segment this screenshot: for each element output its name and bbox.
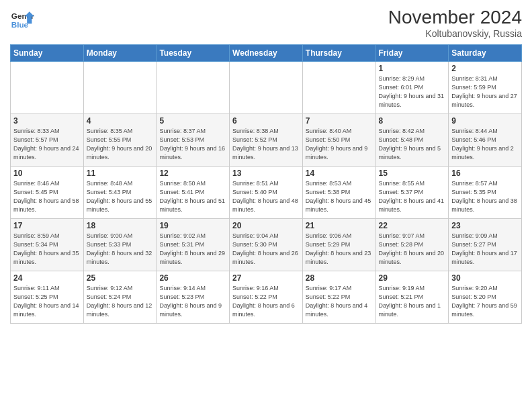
day-info: Sunrise: 9:09 AMSunset: 5:27 PMDaylight:…: [451, 232, 519, 267]
day-info: Sunrise: 9:06 AMSunset: 5:29 PMDaylight:…: [306, 232, 373, 267]
calendar-cell: [302, 62, 375, 114]
calendar-cell: 14Sunrise: 8:53 AMSunset: 5:38 PMDayligh…: [302, 167, 375, 219]
title-block: November 2024 Koltubanovskiy, Russia: [388, 7, 522, 39]
day-info: Sunrise: 9:14 AMSunset: 5:23 PMDaylight:…: [159, 284, 226, 319]
calendar-week-4: 17Sunrise: 8:59 AMSunset: 5:34 PMDayligh…: [11, 219, 522, 271]
calendar-cell: 18Sunrise: 9:00 AMSunset: 5:33 PMDayligh…: [83, 219, 157, 271]
day-number: 12: [159, 169, 226, 178]
calendar-cell: 12Sunrise: 8:50 AMSunset: 5:41 PMDayligh…: [157, 167, 230, 219]
calendar-cell: 9Sunrise: 8:44 AMSunset: 5:46 PMDaylight…: [449, 114, 522, 167]
day-info: Sunrise: 8:38 AMSunset: 5:52 PMDaylight:…: [232, 127, 300, 162]
calendar-cell: 8Sunrise: 8:42 AMSunset: 5:48 PMDaylight…: [375, 114, 449, 167]
day-info: Sunrise: 8:31 AMSunset: 5:59 PMDaylight:…: [451, 75, 519, 109]
day-info: Sunrise: 8:37 AMSunset: 5:53 PMDaylight:…: [159, 127, 226, 162]
calendar-cell: 1Sunrise: 8:29 AMSunset: 6:01 PMDaylight…: [375, 62, 449, 114]
calendar-cell: 27Sunrise: 9:16 AMSunset: 5:22 PMDayligh…: [230, 271, 303, 324]
calendar-cell: [157, 62, 230, 114]
calendar-cell: 5Sunrise: 8:37 AMSunset: 5:53 PMDaylight…: [157, 114, 230, 167]
col-header-sunday: Sunday: [11, 45, 84, 62]
col-header-tuesday: Tuesday: [157, 45, 230, 62]
day-number: 8: [379, 116, 446, 126]
calendar-cell: 3Sunrise: 8:33 AMSunset: 5:57 PMDaylight…: [11, 114, 84, 167]
day-number: 9: [451, 116, 519, 126]
day-info: Sunrise: 9:20 AMSunset: 5:20 PMDaylight:…: [451, 284, 519, 319]
calendar-cell: 15Sunrise: 8:55 AMSunset: 5:37 PMDayligh…: [375, 167, 449, 219]
calendar-cell: 13Sunrise: 8:51 AMSunset: 5:40 PMDayligh…: [230, 167, 303, 219]
day-number: 13: [232, 169, 300, 178]
day-number: 5: [159, 116, 226, 126]
calendar-cell: 22Sunrise: 9:07 AMSunset: 5:28 PMDayligh…: [375, 219, 449, 271]
calendar-cell: 11Sunrise: 8:48 AMSunset: 5:43 PMDayligh…: [83, 167, 157, 219]
day-number: 10: [13, 169, 81, 178]
calendar-week-3: 10Sunrise: 8:46 AMSunset: 5:45 PMDayligh…: [11, 167, 522, 219]
month-title: November 2024: [388, 7, 522, 28]
calendar-cell: 28Sunrise: 9:17 AMSunset: 5:22 PMDayligh…: [302, 271, 375, 324]
calendar-cell: 19Sunrise: 9:02 AMSunset: 5:31 PMDayligh…: [157, 219, 230, 271]
calendar-table: SundayMondayTuesdayWednesdayThursdayFrid…: [10, 44, 522, 324]
day-info: Sunrise: 9:00 AMSunset: 5:33 PMDaylight:…: [87, 232, 154, 267]
calendar-week-1: 1Sunrise: 8:29 AMSunset: 6:01 PMDaylight…: [11, 62, 522, 114]
day-info: Sunrise: 8:53 AMSunset: 5:38 PMDaylight:…: [306, 179, 373, 214]
day-number: 25: [87, 273, 154, 283]
day-number: 22: [379, 221, 446, 230]
day-number: 11: [87, 169, 154, 178]
day-info: Sunrise: 9:19 AMSunset: 5:21 PMDaylight:…: [379, 284, 446, 319]
day-number: 30: [451, 273, 519, 283]
day-number: 1: [379, 64, 446, 73]
day-number: 2: [451, 64, 519, 73]
calendar-week-5: 24Sunrise: 9:11 AMSunset: 5:25 PMDayligh…: [11, 271, 522, 324]
day-number: 29: [379, 273, 446, 283]
calendar-cell: 23Sunrise: 9:09 AMSunset: 5:27 PMDayligh…: [449, 219, 522, 271]
col-header-friday: Friday: [375, 45, 449, 62]
calendar-header-row: SundayMondayTuesdayWednesdayThursdayFrid…: [11, 45, 522, 62]
day-info: Sunrise: 9:16 AMSunset: 5:22 PMDaylight:…: [232, 284, 300, 319]
col-header-saturday: Saturday: [449, 45, 522, 62]
day-number: 14: [306, 169, 373, 178]
day-number: 15: [379, 169, 446, 178]
day-number: 3: [13, 116, 81, 126]
day-number: 23: [451, 221, 519, 230]
day-info: Sunrise: 8:33 AMSunset: 5:57 PMDaylight:…: [13, 127, 81, 162]
day-number: 19: [159, 221, 226, 230]
col-header-thursday: Thursday: [302, 45, 375, 62]
day-number: 24: [13, 273, 81, 283]
calendar-cell: 20Sunrise: 9:04 AMSunset: 5:30 PMDayligh…: [230, 219, 303, 271]
page-container: General Blue November 2024 Koltubanovski…: [0, 0, 532, 329]
day-info: Sunrise: 9:07 AMSunset: 5:28 PMDaylight:…: [379, 232, 446, 267]
day-info: Sunrise: 8:51 AMSunset: 5:40 PMDaylight:…: [232, 179, 300, 214]
calendar-cell: [11, 62, 84, 114]
page-header: General Blue November 2024 Koltubanovski…: [10, 7, 522, 39]
logo-icon: General Blue: [10, 7, 34, 31]
calendar-cell: 16Sunrise: 8:57 AMSunset: 5:35 PMDayligh…: [449, 167, 522, 219]
day-number: 27: [232, 273, 300, 283]
calendar-cell: 6Sunrise: 8:38 AMSunset: 5:52 PMDaylight…: [230, 114, 303, 167]
calendar-cell: 17Sunrise: 8:59 AMSunset: 5:34 PMDayligh…: [11, 219, 84, 271]
day-number: 21: [306, 221, 373, 230]
day-number: 26: [159, 273, 226, 283]
calendar-cell: 21Sunrise: 9:06 AMSunset: 5:29 PMDayligh…: [302, 219, 375, 271]
day-info: Sunrise: 8:50 AMSunset: 5:41 PMDaylight:…: [159, 179, 226, 214]
day-info: Sunrise: 8:59 AMSunset: 5:34 PMDaylight:…: [13, 232, 81, 267]
day-info: Sunrise: 8:35 AMSunset: 5:55 PMDaylight:…: [87, 127, 154, 162]
col-header-wednesday: Wednesday: [230, 45, 303, 62]
calendar-cell: 4Sunrise: 8:35 AMSunset: 5:55 PMDaylight…: [83, 114, 157, 167]
day-info: Sunrise: 8:40 AMSunset: 5:50 PMDaylight:…: [306, 127, 373, 162]
day-info: Sunrise: 8:44 AMSunset: 5:46 PMDaylight:…: [451, 127, 519, 162]
day-number: 18: [87, 221, 154, 230]
location-subtitle: Koltubanovskiy, Russia: [388, 28, 522, 39]
day-info: Sunrise: 8:42 AMSunset: 5:48 PMDaylight:…: [379, 127, 446, 162]
calendar-cell: 10Sunrise: 8:46 AMSunset: 5:45 PMDayligh…: [11, 167, 84, 219]
day-info: Sunrise: 8:48 AMSunset: 5:43 PMDaylight:…: [87, 179, 154, 214]
day-info: Sunrise: 9:17 AMSunset: 5:22 PMDaylight:…: [306, 284, 373, 319]
day-number: 28: [306, 273, 373, 283]
calendar-cell: [230, 62, 303, 114]
day-number: 17: [13, 221, 81, 230]
calendar-cell: 29Sunrise: 9:19 AMSunset: 5:21 PMDayligh…: [375, 271, 449, 324]
day-info: Sunrise: 8:29 AMSunset: 6:01 PMDaylight:…: [379, 75, 446, 109]
calendar-week-2: 3Sunrise: 8:33 AMSunset: 5:57 PMDaylight…: [11, 114, 522, 167]
day-info: Sunrise: 9:11 AMSunset: 5:25 PMDaylight:…: [13, 284, 81, 319]
calendar-cell: 26Sunrise: 9:14 AMSunset: 5:23 PMDayligh…: [157, 271, 230, 324]
svg-text:Blue: Blue: [11, 20, 29, 29]
calendar-cell: 25Sunrise: 9:12 AMSunset: 5:24 PMDayligh…: [83, 271, 157, 324]
day-info: Sunrise: 8:57 AMSunset: 5:35 PMDaylight:…: [451, 179, 519, 214]
